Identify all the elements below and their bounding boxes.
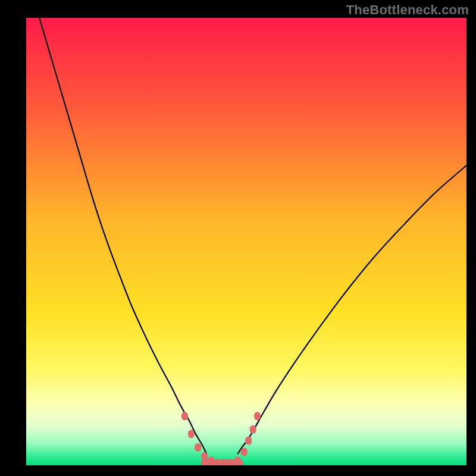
svg-rect-5 xyxy=(208,456,214,465)
svg-rect-3 xyxy=(195,443,201,452)
svg-rect-1 xyxy=(181,412,188,420)
svg-rect-7 xyxy=(221,459,228,465)
svg-rect-10 xyxy=(241,447,248,456)
svg-rect-4 xyxy=(201,452,208,461)
svg-rect-8 xyxy=(228,459,234,465)
gradient-background xyxy=(26,18,466,465)
svg-rect-2 xyxy=(188,430,195,438)
watermark-text: TheBottleneck.com xyxy=(346,2,469,18)
svg-rect-6 xyxy=(214,459,221,465)
svg-rect-13 xyxy=(254,412,261,420)
plot-svg xyxy=(26,18,466,465)
svg-rect-11 xyxy=(245,437,252,445)
svg-rect-9 xyxy=(234,456,241,465)
svg-rect-12 xyxy=(250,425,256,434)
chart-frame: TheBottleneck.com xyxy=(0,0,476,476)
plot-area xyxy=(26,18,466,465)
